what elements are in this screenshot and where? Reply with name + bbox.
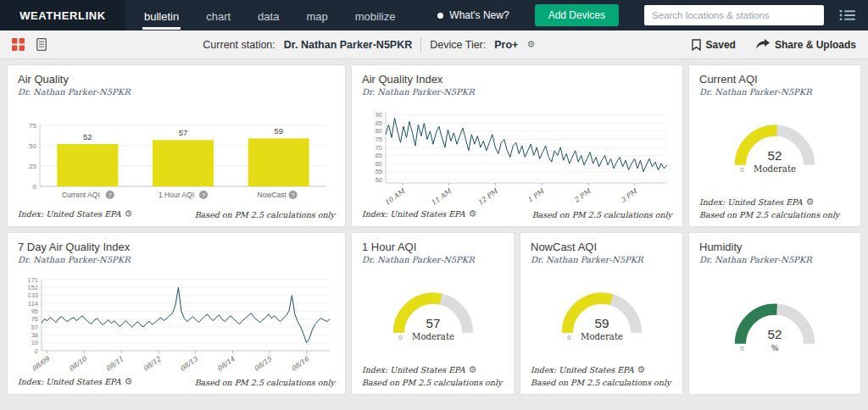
svg-text:50: 50 <box>376 176 382 184</box>
pm-note: Based on PM 2.5 calculations only <box>531 378 672 387</box>
station-toolbar: Current station: Dr. Nathan Parker-N5PKR… <box>0 30 868 59</box>
gear-icon[interactable]: ⚙ <box>637 364 646 375</box>
epa-index-label: Index: United States EPA <box>699 197 803 207</box>
gear-icon[interactable]: ⚙ <box>125 208 133 219</box>
svg-text:?: ? <box>292 191 295 199</box>
svg-text:70: 70 <box>376 144 382 152</box>
saved-button[interactable]: Saved <box>692 39 736 51</box>
bookmark-icon <box>692 39 701 51</box>
epa-index-label: Index: United States EPA <box>362 209 465 219</box>
svg-text:52: 52 <box>768 327 782 341</box>
card-subtitle: Dr. Nathan Parker-N5PKR <box>699 255 850 264</box>
svg-text:Moderate: Moderate <box>412 331 454 341</box>
svg-text:75: 75 <box>29 122 36 130</box>
share-uploads-button[interactable]: Share & Uploads <box>756 39 856 51</box>
svg-text:0: 0 <box>740 165 743 173</box>
svg-text:0: 0 <box>740 345 743 352</box>
svg-text:08/11: 08/11 <box>104 355 125 373</box>
svg-text:57: 57 <box>426 315 440 330</box>
svg-text:1 PM: 1 PM <box>526 186 547 204</box>
notification-dot-icon <box>437 13 443 19</box>
card-air-quality-index: Air Quality Index Dr. Nathan Parker-N5PK… <box>351 64 683 227</box>
add-devices-button[interactable]: Add Devices <box>535 4 619 26</box>
svg-text:76: 76 <box>31 315 38 323</box>
pm-note: Based on PM 2.5 calculations only <box>699 210 850 219</box>
gear-icon[interactable]: ⚙ <box>125 376 133 387</box>
card-footer: Index: United States EPA ⚙ Based on PM 2… <box>18 376 335 387</box>
device-tier-label: Device Tier: <box>430 39 486 51</box>
svg-text:10 AM: 10 AM <box>383 186 407 207</box>
svg-text:08/16: 08/16 <box>290 355 311 373</box>
help-icon[interactable]: ? <box>199 191 208 199</box>
gear-icon[interactable]: ⚙ <box>469 364 477 375</box>
device-tier-value: Pro+ <box>494 39 518 51</box>
card-footer: Index: United States EPA ⚙ Based on PM 2… <box>362 364 504 387</box>
card-title: Current AQI <box>699 73 850 86</box>
current-station-info: Current station: Dr. Nathan Parker-N5PKR… <box>203 37 535 53</box>
grid-view-icon[interactable] <box>12 38 25 51</box>
nav-tab-bulletin[interactable]: bulletin <box>142 2 181 30</box>
svg-text:55: 55 <box>376 168 382 175</box>
svg-text:0: 0 <box>33 183 37 191</box>
card-subtitle: Dr. Nathan Parker-N5PKR <box>18 255 335 264</box>
svg-text:2 PM: 2 PM <box>573 186 593 204</box>
card-air-quality: Air Quality Dr. Nathan Parker-N5PKR 0255… <box>7 64 346 227</box>
card-subtitle: Dr. Nathan Parker-N5PKR <box>362 87 672 97</box>
gear-icon[interactable]: ⚙ <box>806 197 815 208</box>
card-7day-aqi: 7 Day Air Quality Index Dr. Nathan Parke… <box>7 232 346 395</box>
bar-chart: 025507552Current AQI?571 Hour AQI?59NowC… <box>18 114 335 208</box>
svg-text:08/12: 08/12 <box>142 355 163 373</box>
device-tier-gear-icon[interactable]: ⚙ <box>526 39 535 50</box>
svg-text:90: 90 <box>376 111 382 119</box>
svg-text:?: ? <box>202 191 205 199</box>
gauge-chart: 52%0 <box>723 297 826 354</box>
card-title: Air Quality <box>18 73 335 86</box>
card-footer: Index: United States EPA ⚙ Based on PM 2… <box>531 364 672 387</box>
dashboard-row-1: Air Quality Dr. Nathan Parker-N5PKR 0255… <box>7 64 861 227</box>
card-subtitle: Dr. Nathan Parker-N5PKR <box>699 87 850 97</box>
menu-list-icon[interactable] <box>839 9 856 21</box>
card-footer: Index: United States EPA ⚙ Based on PM 2… <box>362 208 672 219</box>
nav-tab-data[interactable]: data <box>256 2 281 30</box>
help-icon[interactable]: ? <box>289 191 298 199</box>
search-input[interactable] <box>644 5 824 25</box>
card-footer: Index: United States EPA ⚙ Based on PM 2… <box>699 197 850 219</box>
line-chart: 0193857769511413315217108/0908/1008/1108… <box>18 274 335 376</box>
svg-text:08/13: 08/13 <box>179 355 200 373</box>
svg-text:75: 75 <box>376 136 382 143</box>
card-1hour-aqi: 1 Hour AQI Dr. Nathan Parker-N5PKR 57Mod… <box>351 232 515 395</box>
nav-links: bulletin chart data map mobilize <box>142 0 397 30</box>
help-icon[interactable]: ? <box>106 191 114 199</box>
current-station-label: Current station: <box>203 39 275 51</box>
gear-icon[interactable]: ⚙ <box>469 208 477 219</box>
svg-text:38: 38 <box>31 331 38 339</box>
gauge-chart: 52Moderate0 <box>723 119 826 175</box>
svg-text:60: 60 <box>376 160 382 168</box>
svg-text:12 PM: 12 PM <box>476 186 500 207</box>
svg-text:59: 59 <box>594 315 609 330</box>
svg-text:19: 19 <box>31 339 38 346</box>
divider <box>420 37 421 53</box>
svg-text:80: 80 <box>376 127 382 135</box>
nav-tab-mobilize[interactable]: mobilize <box>353 2 398 30</box>
card-title: 1 Hour AQI <box>362 241 504 253</box>
epa-index-label: Index: United States EPA <box>18 377 121 386</box>
svg-text:Moderate: Moderate <box>581 331 623 341</box>
svg-text:65: 65 <box>376 152 382 159</box>
svg-text:52: 52 <box>768 147 782 162</box>
card-humidity: Humidity Dr. Nathan Parker-N5PKR 52%0 <box>688 232 861 395</box>
report-view-icon[interactable] <box>36 38 47 51</box>
saved-label: Saved <box>706 39 736 51</box>
card-footer: Index: United States EPA ⚙ Based on PM 2… <box>18 208 335 219</box>
nav-tab-map[interactable]: map <box>304 2 329 30</box>
card-title: NowCast AQI <box>531 241 672 253</box>
whats-new-link[interactable]: What's New? <box>437 9 509 21</box>
nav-tab-chart[interactable]: chart <box>204 2 232 30</box>
card-current-aqi: Current AQI Dr. Nathan Parker-N5PKR 52Mo… <box>688 64 861 227</box>
dashboard-row-2: 7 Day Air Quality Index Dr. Nathan Parke… <box>7 232 861 395</box>
gauge-chart: 57Moderate0 <box>381 286 485 343</box>
svg-text:0: 0 <box>398 333 402 341</box>
card-subtitle: Dr. Nathan Parker-N5PKR <box>18 87 335 97</box>
svg-text:0: 0 <box>567 333 570 341</box>
svg-text:08/15: 08/15 <box>253 355 274 373</box>
